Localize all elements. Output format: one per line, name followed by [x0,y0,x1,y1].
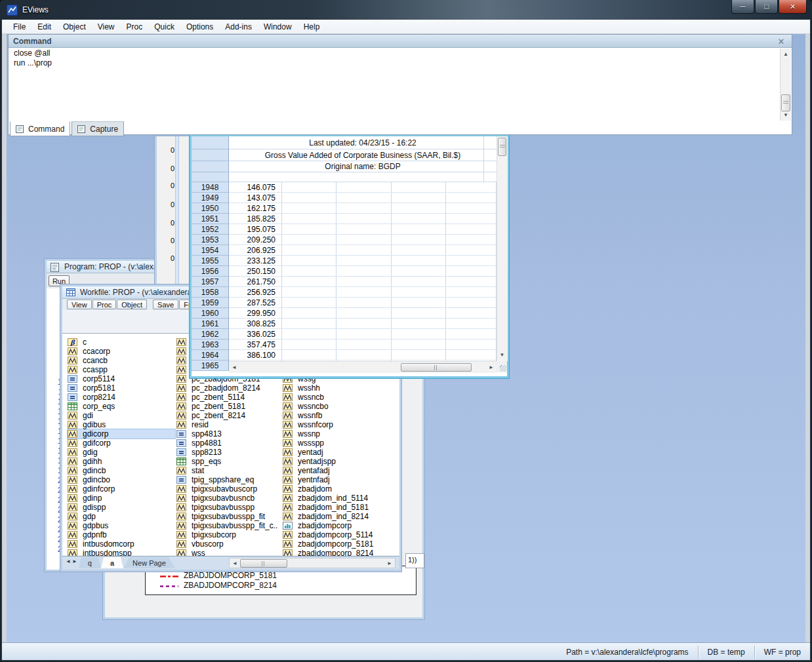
object-tpigxsubavbusspp[interactable]: tpigxsubavbusspp [176,503,284,512]
value-cell[interactable]: 162.175 [229,203,282,213]
object-gdincbo[interactable]: gdincbo [68,475,175,484]
object-spp8213[interactable]: spp8213 [176,448,284,457]
object-tpigxsubavbuscorp[interactable]: tpigxsubavbuscorp [176,484,284,494]
empty-cell[interactable] [392,319,446,328]
empty-cell[interactable] [392,235,446,244]
page-tab-q[interactable]: q [79,557,101,568]
empty-cell[interactable] [446,182,497,192]
object-spp4813[interactable]: spp4813 [176,429,284,438]
object-gdinp[interactable]: gdinp [68,494,175,503]
obs-cell-1957[interactable]: 1957 [192,277,229,287]
object-yentadj[interactable]: yentadj [283,448,390,457]
scroll-thumb[interactable] [781,94,790,111]
empty-cell[interactable] [282,287,336,297]
empty-cell[interactable] [336,203,392,213]
obs-cell-1965[interactable]: 1965 [192,360,229,371]
command-pane-caption[interactable]: Command ✕ [9,35,792,48]
value-cell[interactable]: 250.150 [229,266,282,276]
spreadsheet-vscrollbar[interactable]: ▼ [497,136,508,361]
obs-header-cell[interactable] [192,136,229,149]
empty-cell[interactable] [392,182,446,192]
empty-cell[interactable] [282,340,336,349]
empty-cell[interactable] [392,298,446,307]
empty-cell[interactable] [336,319,392,328]
obs-cell-1961[interactable]: 1961 [192,319,229,329]
object-gdihh[interactable]: gdihh [68,457,175,466]
value-cell[interactable]: 299.950 [229,308,282,318]
resize-corner[interactable] [497,361,507,372]
object-spp_eqs[interactable]: spp_eqs [176,457,284,466]
menu-options[interactable]: Options [180,21,219,33]
value-cell[interactable]: 206.925 [229,245,282,255]
tab-scroll-right-icon[interactable]: ► [72,558,77,564]
minimize-button[interactable]: ─ [731,0,754,14]
scroll-right-icon[interactable]: ► [487,363,496,372]
empty-cell[interactable] [392,245,446,255]
empty-cell[interactable] [392,193,446,203]
scroll-right-icon[interactable]: ► [385,559,394,568]
empty-cell[interactable] [446,298,497,307]
empty-cell[interactable] [446,203,497,213]
menu-window[interactable]: Window [258,21,298,33]
object-wssnfcorp[interactable]: wssnfcorp [283,420,390,429]
object-wssncb[interactable]: wssncb [283,393,390,402]
empty-cell[interactable] [282,182,336,192]
scroll-thumb[interactable] [401,363,472,372]
empty-cell[interactable] [446,235,497,244]
command-input[interactable]: close @allrun ...\prop [9,48,791,121]
object-yentafadj[interactable]: yentafadj [283,466,390,475]
empty-cell[interactable] [282,193,336,203]
menu-quick[interactable]: Quick [148,21,180,33]
value-cell[interactable]: 287.525 [229,298,282,307]
empty-cell[interactable] [282,298,336,307]
object-gdispp[interactable]: gdispp [68,503,175,512]
object-tpigxsubcorp[interactable]: tpigxsubcorp [176,530,284,539]
obs-cell-1948[interactable]: 1948 [192,182,229,193]
object-resid[interactable]: resid [176,420,284,429]
empty-cell[interactable] [282,277,336,286]
empty-cell[interactable] [336,340,392,349]
value-cell[interactable]: 261.750 [229,277,282,286]
scroll-thumb[interactable] [240,559,287,568]
object-gdicorp[interactable]: gdicorp [68,429,175,438]
empty-cell[interactable] [392,266,446,276]
proc-button[interactable]: Proc [92,300,117,309]
object-pc_zbent_8214[interactable]: pc_zbent_8214 [176,411,284,420]
empty-cell[interactable] [336,256,392,265]
object-corp_eqs[interactable]: corp_eqs [68,402,175,411]
object-tpigxsubavbusspp_fit_c..[interactable]: tpigxsubavbusspp_fit_c.. [176,521,284,530]
object-corp8214[interactable]: corp8214 [68,393,175,402]
value-cell[interactable]: 308.825 [229,319,282,328]
scroll-down-icon[interactable]: ▼ [498,350,506,360]
empty-cell[interactable] [446,308,497,318]
value-cell[interactable]: 209.250 [229,235,282,244]
value-cell[interactable]: 233.125 [229,256,282,265]
scroll-thumb[interactable] [498,138,506,156]
object-pc_zbadjdom_8214[interactable]: pc_zbadjdom_8214 [176,383,284,393]
tab-command[interactable]: Command [10,121,70,136]
empty-cell[interactable] [446,329,497,339]
value-cell[interactable]: 256.925 [229,287,282,297]
empty-cell[interactable] [336,308,392,318]
empty-cell[interactable] [282,319,336,328]
empty-cell[interactable] [446,340,497,349]
value-cell[interactable]: 143.075 [229,193,282,203]
value-cell[interactable]: 336.025 [229,329,282,339]
empty-cell[interactable] [336,350,392,360]
obs-cell-1950[interactable]: 1950 [192,203,229,214]
empty-cell[interactable] [446,319,497,328]
obs-cell-1962[interactable]: 1962 [192,329,229,340]
title-bar[interactable]: EViews ─ □ ✕ [0,0,812,20]
menu-edit[interactable]: Edit [31,21,57,33]
page-tab-a[interactable]: a [101,557,123,568]
obs-header-cell[interactable] [192,149,229,161]
empty-cell[interactable] [282,214,336,224]
object-wssspp[interactable]: wssspp [283,438,390,448]
empty-cell[interactable] [446,266,497,276]
object-gdinfcorp[interactable]: gdinfcorp [68,484,175,494]
object-gdibus[interactable]: gdibus [68,420,175,429]
object-gdi[interactable]: gdi [68,411,175,420]
obs-cell-1955[interactable]: 1955 [192,256,229,266]
scroll-down-icon[interactable]: ▼ [781,110,790,120]
object-tpig_sppshare_eq[interactable]: tpig_sppshare_eq [176,475,284,484]
